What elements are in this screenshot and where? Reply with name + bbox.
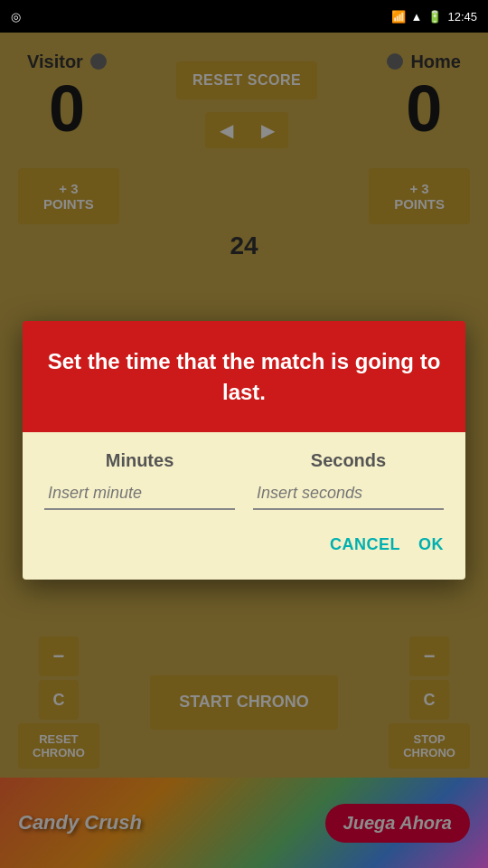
dialog-actions: CANCEL OK bbox=[44, 535, 444, 554]
clock: 12:45 bbox=[447, 10, 477, 24]
dialog-body: Minutes Seconds CANCEL OK bbox=[23, 432, 465, 580]
input-row: Minutes Seconds bbox=[44, 450, 444, 510]
cancel-button[interactable]: CANCEL bbox=[330, 535, 400, 554]
signal-icon: ▲ bbox=[411, 10, 423, 24]
minutes-input[interactable] bbox=[44, 478, 235, 510]
modal-overlay: Set the time that the match is going to … bbox=[0, 33, 488, 868]
time-dialog: Set the time that the match is going to … bbox=[23, 321, 465, 580]
minutes-col: Minutes bbox=[44, 450, 235, 510]
seconds-label: Seconds bbox=[253, 450, 444, 471]
wifi-icon: 📶 bbox=[391, 10, 406, 24]
minutes-label: Minutes bbox=[44, 450, 235, 471]
seconds-col: Seconds bbox=[253, 450, 444, 510]
battery-icon: 🔋 bbox=[427, 10, 442, 24]
status-left-icon: ◎ bbox=[11, 10, 21, 24]
status-bar: ◎ 📶 ▲ 🔋 12:45 bbox=[0, 0, 488, 33]
seconds-input[interactable] bbox=[253, 478, 444, 510]
status-icons: 📶 ▲ 🔋 12:45 bbox=[391, 10, 477, 24]
game-area: Visitor 0 RESET SCORE ◀ ▶ Home 0 + 3POIN… bbox=[0, 33, 488, 868]
dialog-title: Set the time that the match is going to … bbox=[44, 346, 444, 407]
ok-button[interactable]: OK bbox=[418, 535, 444, 554]
dialog-header: Set the time that the match is going to … bbox=[23, 321, 465, 432]
